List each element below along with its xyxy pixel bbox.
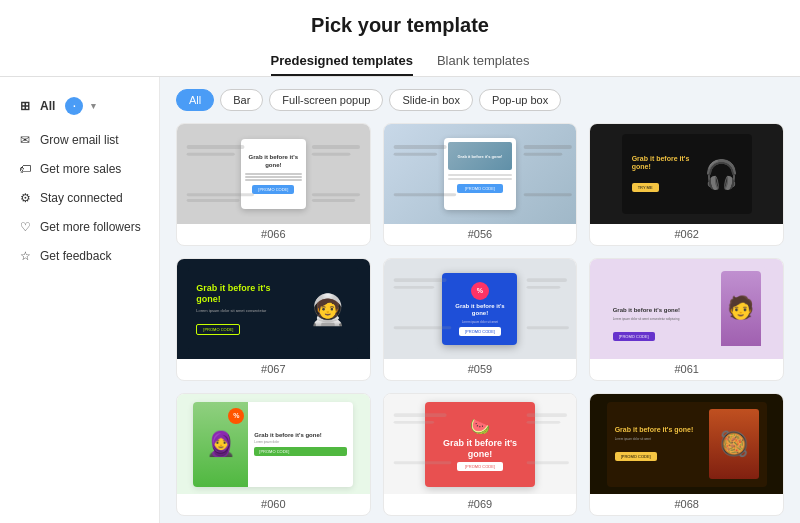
template-card-060[interactable]: % 🧕 Grab it before it's gone! Lorem ipsu…: [176, 393, 371, 516]
svg-rect-19: [526, 326, 568, 329]
svg-rect-9: [393, 153, 436, 156]
svg-rect-13: [523, 193, 571, 196]
template-preview-061: Grab it before it's gone! Lorem ipsum do…: [607, 267, 767, 352]
template-card-061[interactable]: Grab it before it's gone! Lorem ipsum do…: [589, 258, 784, 381]
template-label-062: #062: [590, 224, 783, 245]
template-label-059: #059: [384, 359, 577, 380]
astronaut-icon: 🧑‍🚀: [305, 274, 350, 344]
svg-rect-10: [523, 145, 571, 149]
svg-rect-23: [526, 421, 560, 424]
pill-bar[interactable]: Bar: [220, 89, 263, 111]
svg-rect-18: [393, 326, 451, 329]
svg-rect-1: [187, 153, 235, 156]
svg-rect-16: [526, 278, 566, 282]
sidebar-all-label: All: [40, 99, 55, 113]
svg-rect-7: [312, 199, 355, 202]
sidebar-get-feedback-label: Get feedback: [40, 249, 111, 263]
svg-rect-25: [526, 461, 568, 464]
template-label-067: #067: [177, 359, 370, 380]
pill-popup[interactable]: Pop-up box: [479, 89, 561, 111]
svg-rect-4: [187, 193, 254, 196]
svg-rect-17: [526, 286, 560, 289]
page-title: Pick your template: [0, 14, 800, 37]
template-label-066: #066: [177, 224, 370, 245]
sidebar: ⊞ All · ▾ ✉ Grow email list 🏷 Get more s…: [0, 77, 160, 523]
template-card-069[interactable]: 🍉 Grab it before it's gone! [PROMO CODE]…: [383, 393, 578, 516]
template-label-061: #061: [590, 359, 783, 380]
svg-rect-20: [393, 413, 446, 417]
svg-rect-21: [393, 421, 433, 424]
all-badge: ·: [65, 97, 83, 115]
svg-rect-0: [187, 145, 245, 149]
pill-all[interactable]: All: [176, 89, 214, 111]
main-layout: ⊞ All · ▾ ✉ Grow email list 🏷 Get more s…: [0, 77, 800, 523]
sidebar-item-grow-email[interactable]: ✉ Grow email list: [4, 126, 155, 154]
svg-rect-11: [523, 153, 562, 156]
feedback-icon: ☆: [18, 249, 32, 263]
chevron-icon: ▾: [91, 101, 96, 111]
template-preview-067: Grab it before it's gone! Lorem ipsum do…: [188, 267, 358, 352]
template-label-068: #068: [590, 494, 783, 515]
tab-predesigned[interactable]: Predesigned templates: [271, 47, 413, 76]
sidebar-item-get-sales[interactable]: 🏷 Get more sales: [4, 155, 155, 183]
sidebar-item-all[interactable]: ⊞ All · ▾: [4, 90, 155, 122]
grid-icon: ⊞: [18, 99, 32, 113]
sidebar-grow-email-label: Grow email list: [40, 133, 119, 147]
sidebar-stay-connected-label: Stay connected: [40, 191, 123, 205]
headphones-icon: 🎧: [704, 158, 739, 191]
tab-blank[interactable]: Blank templates: [437, 47, 530, 76]
template-preview-062: Grab it before it's gone! TRY ME 🎧: [622, 134, 752, 214]
followers-icon: ♡: [18, 220, 32, 234]
sidebar-get-followers-label: Get more followers: [40, 220, 141, 234]
tab-bar: Predesigned templates Blank templates: [0, 47, 800, 76]
svg-rect-24: [393, 461, 451, 464]
food-icon: 🥘: [709, 409, 759, 479]
connected-icon: ⚙: [18, 191, 32, 205]
svg-rect-15: [393, 286, 433, 289]
svg-rect-14: [393, 278, 446, 282]
pill-slidein[interactable]: Slide-in box: [389, 89, 472, 111]
person-icon: 🧑: [721, 271, 761, 346]
template-card-056[interactable]: [PROMO CODE] #056: [383, 123, 578, 246]
svg-rect-2: [312, 145, 360, 149]
email-icon: ✉: [18, 133, 32, 147]
sidebar-item-get-followers[interactable]: ♡ Get more followers: [4, 213, 155, 241]
sidebar-item-stay-connected[interactable]: ⚙ Stay connected: [4, 184, 155, 212]
svg-rect-22: [526, 413, 566, 417]
sales-icon: 🏷: [18, 162, 32, 176]
template-card-062[interactable]: Grab it before it's gone! TRY ME 🎧 #062: [589, 123, 784, 246]
pill-fullscreen[interactable]: Full-screen popup: [269, 89, 383, 111]
sidebar-get-sales-label: Get more sales: [40, 162, 121, 176]
svg-rect-8: [393, 145, 446, 149]
template-label-069: #069: [384, 494, 577, 515]
template-card-066[interactable]: Grab it before it's gone! [PROMO CODE] #…: [176, 123, 371, 246]
template-card-067[interactable]: Grab it before it's gone! Lorem ipsum do…: [176, 258, 371, 381]
template-card-059[interactable]: % Grab it before it's gone! Lorem ipsum …: [383, 258, 578, 381]
svg-rect-5: [187, 199, 240, 202]
sidebar-item-get-feedback[interactable]: ☆ Get feedback: [4, 242, 155, 270]
header: Pick your template Predesigned templates…: [0, 0, 800, 77]
filter-pills: All Bar Full-screen popup Slide-in box P…: [176, 89, 784, 111]
template-label-060: #060: [177, 494, 370, 515]
svg-rect-6: [312, 193, 360, 196]
template-label-056: #056: [384, 224, 577, 245]
svg-rect-3: [312, 153, 351, 156]
template-preview-068: Grab it before it's gone! Lorem ipsum do…: [607, 402, 767, 487]
svg-rect-12: [393, 193, 456, 196]
template-card-068[interactable]: Grab it before it's gone! Lorem ipsum do…: [589, 393, 784, 516]
template-grid: Grab it before it's gone! [PROMO CODE] #…: [176, 123, 784, 516]
content-area: All Bar Full-screen popup Slide-in box P…: [160, 77, 800, 523]
template-preview-060: % 🧕 Grab it before it's gone! Lorem ipsu…: [193, 402, 353, 487]
